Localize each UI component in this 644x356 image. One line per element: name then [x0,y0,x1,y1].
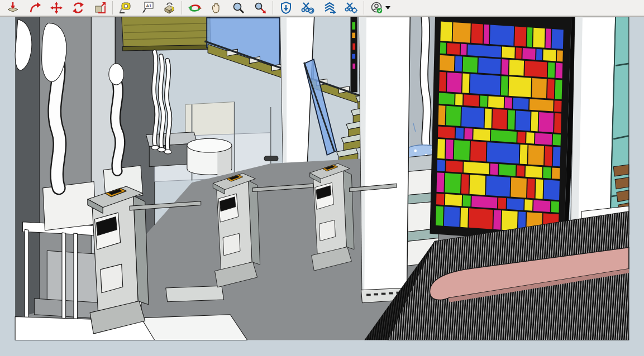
tape-measure-icon [119,1,132,15]
account-dropdown-icon [385,6,391,10]
round-planter[interactable] [187,138,232,176]
tool-rotate-button[interactable] [67,1,89,15]
plugin-cut-sync-button[interactable] [297,1,318,15]
tool-zoom-extents-button[interactable] [249,1,271,15]
tool-orbit-button[interactable] [184,1,206,15]
scale-icon [93,1,107,15]
rotate-icon [71,1,85,15]
shield-download-icon [279,1,293,15]
toolbar-separator [182,1,182,15]
toolbar-separator [112,1,113,15]
tool-zoom-button[interactable] [227,1,249,15]
layers-export-icon [323,1,336,15]
viewport-3d[interactable] [0,17,644,356]
move-icon [50,1,63,15]
plugin-layers-export-button[interactable] [318,1,340,15]
pedestal-1[interactable] [43,181,96,230]
zoom-extents-icon [254,1,267,15]
tool-follow-me-button[interactable] [23,1,45,15]
water-jet[interactable] [424,17,427,146]
text-icon: A1 [141,1,154,15]
tool-pan-button[interactable] [206,1,227,15]
push-pull-icon [6,1,20,15]
tool-push-pull-button[interactable] [2,1,23,15]
pan-icon [210,1,223,15]
plugin-cut-settings-button[interactable] [340,1,362,15]
text-tool-glyph: A1 [146,3,151,8]
account-button[interactable] [366,1,395,15]
tool-scale-button[interactable] [89,1,111,15]
toolbar-separator [273,1,273,15]
mezzanine-wood-soffit[interactable] [122,17,211,51]
zoom-icon [232,1,245,15]
turnstile-3[interactable] [310,163,354,271]
follow-me-icon [28,1,41,15]
toolbar: A1 [0,0,644,17]
stained-glass-wall[interactable] [430,17,578,246]
tool-paint-bucket-button[interactable] [158,1,180,15]
white-column-b[interactable] [359,17,410,303]
toolbar-separator [364,1,364,15]
orbit-icon [188,1,202,15]
tool-tape-measure-button[interactable] [115,1,136,15]
scissors-gear-icon [345,1,358,15]
plugin-shield-download-button[interactable] [275,1,297,15]
tool-text-button[interactable]: A1 [136,1,158,15]
paint-bucket-icon [163,1,176,15]
tool-move-button[interactable] [45,1,67,15]
scissors-sync-icon [301,1,314,15]
wall-vent[interactable] [264,156,278,161]
account-icon [370,1,384,15]
model-scene [0,17,644,356]
